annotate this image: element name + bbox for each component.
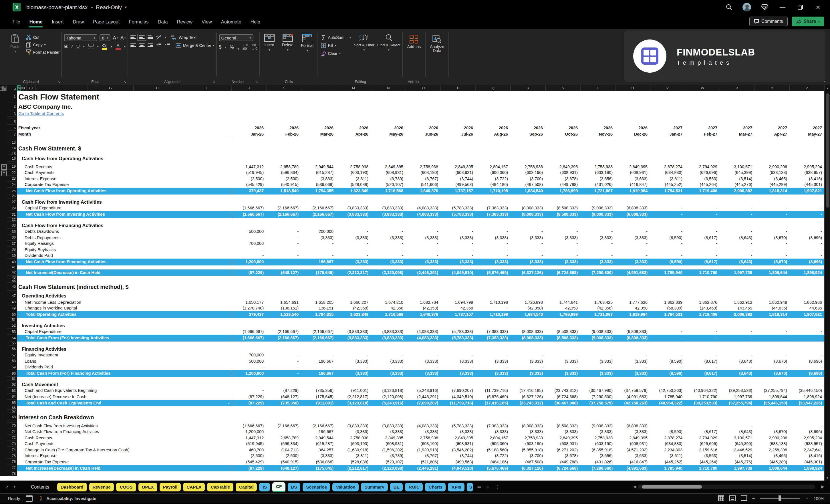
cell-K76[interactable]: (540,915): [266, 460, 301, 465]
cell-S36[interactable]: (3,333): [546, 235, 581, 240]
row-number[interactable]: 48: [7, 299, 17, 305]
cell-Z75[interactable]: (3,416): [790, 453, 825, 459]
zoom-slider-thumb[interactable]: [778, 496, 781, 501]
cell-R6[interactable]: 2026: [511, 125, 546, 130]
sheet-nav-right-icon[interactable]: ›: [12, 484, 17, 490]
row-number[interactable]: 39: [7, 253, 17, 259]
cell-Q24[interactable]: (484,186): [476, 182, 511, 187]
cell-V60[interactable]: (8,590): [650, 371, 685, 376]
cell-U19[interactable]: 2,849,395: [615, 164, 650, 169]
cell-W35[interactable]: -: [685, 229, 720, 234]
cell-K39[interactable]: -: [266, 253, 301, 258]
cell-U6[interactable]: 2026: [615, 125, 650, 130]
cell-J36[interactable]: -: [232, 235, 266, 240]
cell-U29[interactable]: (6,808,333): [615, 206, 650, 211]
search-icon[interactable]: [725, 3, 733, 11]
cell-W49[interactable]: (143,469): [685, 306, 720, 311]
cell-Z73[interactable]: (638,957): [790, 441, 825, 446]
cell-N65[interactable]: (5,243,916): [371, 401, 406, 406]
cell-W65[interactable]: (39,253,533): [685, 401, 720, 406]
cell-X31[interactable]: -: [720, 212, 755, 217]
cell-T24[interactable]: (431,026): [581, 182, 615, 187]
align-top-icon[interactable]: [130, 35, 136, 39]
cell-Q59[interactable]: -: [476, 365, 511, 370]
cell-V75[interactable]: (3,611): [650, 453, 685, 459]
cell-N75[interactable]: (3,789): [371, 453, 406, 459]
cell-Y42[interactable]: 1,809,644: [755, 270, 790, 275]
menu-tab-file[interactable]: File: [8, 15, 25, 28]
cell-L36[interactable]: (3,333): [301, 235, 337, 240]
cell-K31[interactable]: (2,166,667): [266, 212, 301, 217]
cell-Y19[interactable]: 2,900,206: [755, 164, 790, 169]
sheet-tab-capex[interactable]: CAPEX: [183, 482, 205, 491]
cell-U48[interactable]: 1,777,626: [615, 300, 650, 305]
cell-O29[interactable]: (4,083,333): [406, 206, 441, 211]
cell-K60[interactable]: -: [266, 371, 301, 376]
cell-P38[interactable]: -: [441, 247, 476, 252]
cell-W19[interactable]: 2,794,929: [685, 164, 720, 169]
cell-X39[interactable]: -: [720, 253, 755, 258]
cell-J37[interactable]: 700,000: [232, 241, 266, 246]
cell-R36[interactable]: (3,333): [511, 235, 546, 240]
cell-O19[interactable]: 2,758,938: [406, 164, 441, 169]
cell-X54[interactable]: -: [720, 336, 755, 341]
cell-T50[interactable]: 1,721,067: [581, 312, 615, 317]
cell-Y25[interactable]: 1,818,314: [755, 189, 790, 194]
cell-L40[interactable]: 196,667: [301, 259, 337, 264]
sheet-tab-cf[interactable]: CF: [273, 482, 285, 492]
percent-format-button[interactable]: %: [230, 44, 234, 50]
fill-color-icon[interactable]: [102, 43, 107, 50]
column-header-W[interactable]: W: [685, 85, 720, 91]
addins-button[interactable]: Add-ins: [405, 33, 423, 78]
cell-M7[interactable]: Apr-26: [337, 131, 371, 136]
row-label-cell[interactable]: Total Cash From (For) Investing Activiti…: [17, 335, 232, 341]
row-number[interactable]: 45: [7, 283, 17, 291]
cell-S7[interactable]: Oct-26: [546, 131, 581, 136]
cell-S39[interactable]: -: [546, 253, 581, 258]
cell-N70[interactable]: (3,833,333): [371, 423, 406, 429]
row-label-cell[interactable]: Investing Activities: [17, 322, 232, 329]
cell-M59[interactable]: -: [337, 365, 371, 370]
row-number[interactable]: 3: [7, 111, 17, 117]
cell-S70[interactable]: (8,508,333): [546, 423, 581, 429]
cell-O7[interactable]: Jun-26: [406, 131, 441, 136]
cell-R7[interactable]: Sep-26: [511, 131, 546, 136]
menu-tab-insert[interactable]: Insert: [47, 15, 68, 28]
number-dialog-launcher[interactable]: ↘: [255, 80, 258, 84]
cell-W24[interactable]: (445,264): [685, 182, 720, 187]
cell-N31[interactable]: (3,833,333): [371, 212, 406, 217]
cell-Q54[interactable]: (7,383,333): [476, 336, 511, 341]
cell-T42[interactable]: (7,290,600): [581, 270, 615, 275]
cell-W74[interactable]: 2,159,616: [685, 447, 720, 452]
cell-R48[interactable]: 1,726,898: [511, 300, 546, 305]
cell-Z65[interactable]: (33,547,226): [790, 401, 825, 406]
cell-R24[interactable]: (467,508): [511, 182, 546, 187]
cell-Z7[interactable]: May-27: [790, 131, 825, 136]
cell-J42[interactable]: (87,229): [232, 270, 266, 275]
cell-T48[interactable]: 1,763,425: [581, 300, 615, 305]
row-label-cell[interactable]: Corporate Tax Expense: [17, 182, 232, 188]
row-label-cell[interactable]: Change in Cash (Pre-Corporate Tax & Inte…: [17, 447, 232, 453]
cell-N64[interactable]: (2,120,098): [371, 394, 406, 399]
cell-N35[interactable]: -: [371, 229, 406, 234]
sheet-tab-dashboard[interactable]: Dashboard: [57, 482, 87, 491]
row-label-cell[interactable]: [17, 341, 232, 345]
cell-T64[interactable]: (7,290,600): [581, 394, 615, 399]
cell-O71[interactable]: (3,333): [406, 429, 441, 435]
row-label-cell[interactable]: Cash Receipts: [17, 435, 232, 441]
premium-diamond-icon[interactable]: [761, 3, 769, 11]
cell-R63[interactable]: (17,416,185): [511, 388, 546, 393]
row-number[interactable]: [7, 117, 17, 119]
insert-cells-button[interactable]: Insert▾: [262, 33, 277, 78]
row-number[interactable]: 25: [7, 188, 17, 194]
row-number[interactable]: 75: [7, 453, 17, 459]
cell-Y31[interactable]: -: [755, 212, 790, 217]
sheet-tab-charts[interactable]: Charts: [425, 482, 446, 491]
cell-Z40[interactable]: (8,696): [790, 259, 825, 264]
cell-T38[interactable]: -: [581, 247, 615, 252]
cell-X72[interactable]: 3,100,571: [720, 435, 755, 441]
cell-P29[interactable]: (5,783,333): [441, 206, 476, 211]
cell-M76[interactable]: (528,088): [337, 460, 371, 465]
row-number[interactable]: 49: [7, 305, 17, 311]
row-number[interactable]: 78: [7, 471, 17, 476]
